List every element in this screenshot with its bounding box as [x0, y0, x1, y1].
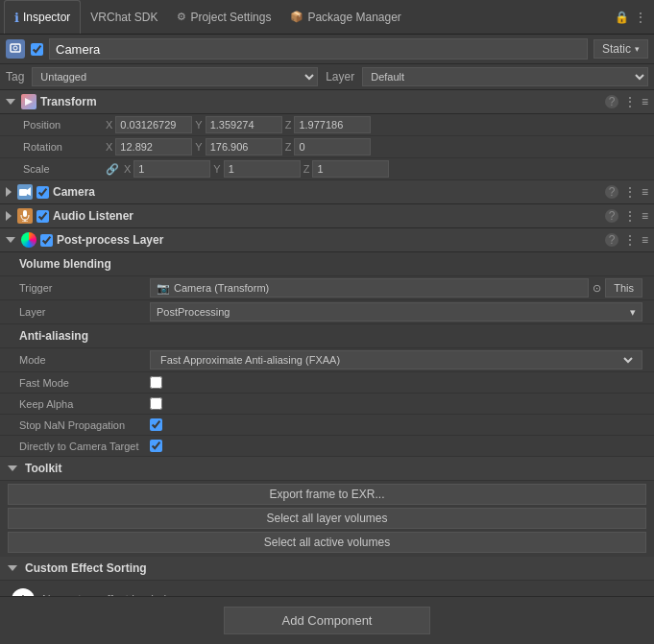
stop-nan-label: Stop NaN Propagation	[19, 419, 144, 431]
select-all-active-button[interactable]: Select all active volumes	[8, 532, 646, 553]
transform-icon	[21, 94, 36, 109]
add-component-button[interactable]: Add Component	[224, 607, 431, 634]
export-frame-button[interactable]: Export frame to EXR...	[8, 484, 646, 505]
position-y-input[interactable]	[206, 116, 282, 133]
fast-mode-checkbox[interactable]	[150, 376, 162, 389]
stop-nan-row: Stop NaN Propagation	[0, 415, 654, 436]
custom-effect-header[interactable]: Custom Effect Sorting	[0, 557, 654, 581]
static-button[interactable]: Static ▾	[593, 39, 648, 59]
layer-chevron-icon: ▾	[630, 306, 636, 319]
scale-row: Scale 🔗 X Y Z	[0, 158, 654, 180]
static-chevron-icon: ▾	[635, 44, 640, 54]
audio-more-icon[interactable]: ≡	[642, 209, 648, 223]
postprocess-settings-icon[interactable]: ⋮	[624, 233, 636, 247]
audio-enabled-checkbox[interactable]	[36, 210, 49, 223]
mode-label: Mode	[19, 354, 144, 366]
tab-project-label: Project Settings	[190, 11, 271, 24]
trigger-row: Trigger 📷 Camera (Transform) ⊙ This	[0, 276, 654, 300]
tag-select[interactable]: Untagged	[32, 67, 318, 86]
scale-link-icon: 🔗	[106, 163, 119, 176]
tag-label: Tag	[6, 70, 24, 83]
postprocess-more-icon[interactable]: ≡	[642, 233, 648, 247]
mode-row: Mode Fast Approximate Anti-aliasing (FXA…	[0, 348, 654, 372]
scale-z-input[interactable]	[312, 160, 389, 178]
package-icon: 📦	[290, 11, 303, 23]
stop-nan-checkbox[interactable]	[150, 418, 162, 431]
audio-section-header[interactable]: Audio Listener ? ⋮ ≡	[0, 204, 654, 228]
scale-fields: 🔗 X Y Z	[106, 160, 646, 178]
object-header: Static ▾	[0, 35, 654, 64]
layer-select[interactable]: Default	[362, 67, 648, 86]
camera-help-icon[interactable]: ?	[605, 185, 618, 199]
tag-layer-row: Tag Untagged Layer Default	[0, 64, 654, 90]
tab-inspector-label: Inspector	[23, 11, 70, 24]
add-component-area: Add Component	[0, 596, 654, 644]
toolkit-expand-icon	[8, 465, 17, 471]
layer-label: Layer	[326, 70, 354, 83]
custom-effect-title: Custom Effect Sorting	[25, 561, 147, 575]
rotation-x-input[interactable]	[115, 138, 192, 155]
scale-x-input[interactable]	[133, 160, 210, 178]
postprocess-section-header[interactable]: Post-process Layer ? ⋮ ≡	[0, 228, 654, 252]
postprocess-enabled-checkbox[interactable]	[40, 234, 53, 247]
layer-row: Layer PostProcessing ▾	[0, 300, 654, 324]
camera-settings-icon[interactable]: ⋮	[624, 185, 636, 199]
postprocess-title: Post-process Layer	[57, 233, 601, 247]
mode-dropdown[interactable]: Fast Approximate Anti-aliasing (FXAA)	[150, 350, 642, 370]
object-name-input[interactable]	[49, 38, 588, 60]
camera-expand-icon	[6, 187, 12, 197]
camera-enabled-checkbox[interactable]	[36, 186, 49, 199]
layer-dropdown[interactable]: PostProcessing ▾	[150, 302, 642, 322]
audio-help-icon[interactable]: ?	[605, 209, 618, 223]
tab-package-manager[interactable]: 📦 Package Manager	[280, 0, 410, 34]
postprocess-help-icon[interactable]: ?	[605, 233, 618, 247]
toolkit-header[interactable]: Toolkit	[0, 457, 654, 481]
rotation-z-input[interactable]	[294, 138, 371, 155]
rotation-fields: X Y Z	[106, 138, 646, 155]
position-row: Position X Y Z	[0, 114, 654, 136]
keep-alpha-checkbox[interactable]	[150, 397, 162, 410]
trigger-value-area: 📷 Camera (Transform) ⊙ This	[150, 278, 642, 298]
camera-title: Camera	[53, 185, 601, 199]
position-z-input[interactable]	[294, 116, 371, 133]
keep-alpha-label: Keep Alpha	[19, 398, 144, 410]
audio-settings-icon[interactable]: ⋮	[624, 209, 636, 223]
lock-icon[interactable]: 🔒	[615, 11, 629, 24]
transform-section-header[interactable]: Transform ? ⋮ ≡	[0, 90, 654, 114]
scale-y-input[interactable]	[224, 160, 301, 178]
transform-actions: ? ⋮ ≡	[605, 95, 648, 108]
position-x-input[interactable]	[115, 116, 192, 133]
trigger-field[interactable]: 📷 Camera (Transform)	[150, 278, 589, 298]
transform-expand-icon	[6, 99, 15, 105]
camera-more-icon[interactable]: ≡	[642, 185, 648, 199]
target-circle-icon[interactable]: ⊙	[593, 282, 601, 295]
audio-actions: ? ⋮ ≡	[605, 209, 648, 223]
more-icon[interactable]: ⋮	[635, 11, 646, 24]
rotation-row: Rotation X Y Z	[0, 136, 654, 158]
tab-vrchat-label: VRChat SDK	[90, 11, 157, 24]
svg-point-1	[13, 46, 17, 50]
mode-select[interactable]: Fast Approximate Anti-aliasing (FXAA)	[157, 353, 636, 367]
this-button[interactable]: This	[605, 278, 642, 298]
settings-icon: ⚙	[177, 11, 186, 23]
select-all-layer-button[interactable]: Select all layer volumes	[8, 508, 646, 529]
transform-settings-icon[interactable]: ⋮	[624, 95, 636, 108]
svg-rect-0	[11, 44, 20, 52]
rotation-y-input[interactable]	[206, 138, 282, 155]
transform-title: Transform	[40, 95, 601, 108]
tab-project-settings[interactable]: ⚙ Project Settings	[167, 0, 280, 34]
transform-more-icon[interactable]: ≡	[642, 95, 648, 108]
svg-rect-4	[23, 210, 27, 217]
postprocess-expand-icon	[6, 237, 15, 243]
object-enabled-checkbox[interactable]	[31, 43, 43, 56]
camera-section-header[interactable]: Camera ? ⋮ ≡	[0, 180, 654, 204]
svg-rect-2	[19, 189, 27, 196]
tab-vrchat-sdk[interactable]: VRChat SDK	[81, 0, 167, 34]
position-label: Position	[23, 119, 100, 131]
postprocess-icon	[21, 232, 36, 248]
directly-checkbox[interactable]	[150, 440, 162, 452]
layer-value-area: PostProcessing ▾	[150, 302, 642, 322]
transform-help-icon[interactable]: ?	[605, 95, 618, 108]
camera-icon	[17, 184, 33, 200]
tab-inspector[interactable]: ℹ Inspector	[4, 0, 81, 34]
